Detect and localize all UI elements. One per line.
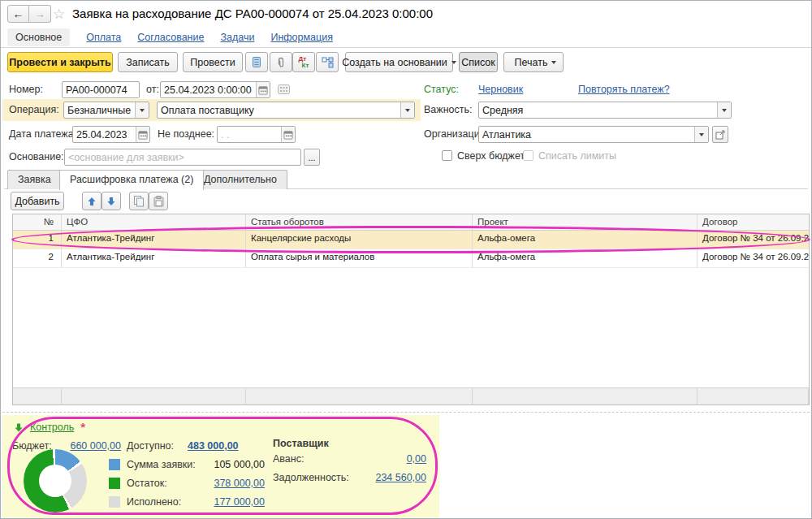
payment-date-label: Дата платежа: (9, 128, 76, 140)
calculator-icon[interactable] (278, 84, 290, 97)
move-up-button[interactable] (82, 192, 102, 210)
col-header-cfo[interactable]: ЦФО (62, 214, 246, 230)
section-main[interactable]: Основное (7, 28, 70, 46)
copy-row-button[interactable] (129, 192, 149, 210)
cell-num[interactable]: 2 (13, 249, 62, 267)
cell-contract[interactable]: Договор № 34 от 26.09.2012 (698, 231, 809, 249)
open-form-icon (715, 130, 725, 140)
number-input[interactable] (62, 81, 140, 98)
not-later-field[interactable]: . . (217, 126, 296, 143)
cell-num[interactable]: 1 (13, 231, 62, 249)
cell-cfo[interactable]: Атлантика-Трейдинг (62, 249, 246, 267)
control-off-icon[interactable]: * (80, 422, 85, 432)
chevron-down-icon[interactable] (717, 102, 731, 118)
cell-cfo[interactable]: Атлантика-Трейдинг (62, 231, 246, 249)
list-button[interactable]: Список (459, 52, 498, 72)
forward-button[interactable]: → (29, 5, 51, 23)
col-header-num[interactable]: № (13, 214, 62, 230)
divider (1, 47, 811, 48)
legend-swatch-executed (109, 496, 120, 508)
importance-select[interactable]: Средняя (478, 102, 732, 119)
cell-flow-item[interactable]: Канцелярские расходы (246, 231, 473, 249)
add-row-button[interactable]: Добавить (11, 192, 64, 210)
repeat-payment-link[interactable]: Повторять платеж? (578, 84, 670, 95)
col-header-project[interactable]: Проект (473, 214, 698, 230)
basis-input[interactable] (64, 149, 301, 166)
basis-more-button[interactable]: ... (304, 149, 320, 166)
cell-project[interactable]: Альфа-омега (473, 249, 698, 267)
advance-value-link[interactable]: 0,00 (342, 453, 426, 465)
copy-icon (133, 196, 145, 207)
table-row[interactable]: 1 Атлантика-Трейдинг Канцелярские расход… (13, 231, 809, 249)
attachments-button[interactable] (270, 52, 292, 72)
col-header-flow-item[interactable]: Статья оборотов (246, 214, 473, 230)
calendar-icon[interactable] (281, 127, 295, 142)
section-payment[interactable]: Оплата (86, 32, 121, 43)
section-nav: Основное Оплата Согласование Задачи Инфо… (7, 28, 333, 46)
calendar-icon[interactable] (256, 82, 270, 97)
tab-payment-details[interactable]: Расшифровка платежа (2) (59, 170, 204, 190)
legend-item: Исполнено: 177 000,00 (109, 495, 265, 510)
legend-swatch-request (109, 459, 120, 470)
legend-label: Сумма заявки: (127, 459, 196, 470)
register-records-button[interactable] (245, 52, 268, 72)
related-documents-icon (322, 57, 334, 68)
organization-select[interactable]: Атлантика (478, 126, 709, 143)
operation-type-select[interactable]: Оплата поставщику (157, 102, 415, 119)
dtkt-button[interactable]: Дт Кт (292, 52, 315, 72)
date-field[interactable]: 25.04.2023 0:00:00 (160, 81, 270, 98)
paste-icon (153, 196, 164, 207)
post-and-close-button[interactable]: Провести и закрыть (7, 52, 113, 72)
related-documents-button[interactable] (316, 52, 339, 72)
control-link[interactable]: Контроль (30, 422, 74, 433)
remainder-value-link[interactable]: 378 000,00 (214, 478, 265, 489)
collapse-arrow-icon[interactable] (14, 422, 24, 433)
tab-request[interactable]: Заявка (7, 170, 62, 189)
executed-value-link[interactable]: 177 000,00 (214, 496, 265, 508)
arrow-down-icon (106, 197, 116, 206)
over-budget-checkbox[interactable] (442, 150, 452, 161)
cell-contract[interactable]: Договор № 34 от 26.09.2012 (698, 249, 809, 267)
importance-label: Важность: (424, 104, 472, 115)
back-icon: ← (13, 7, 24, 20)
cell-project[interactable]: Альфа-омега (473, 231, 698, 249)
post-button[interactable]: Провести (183, 52, 243, 72)
chevron-down-icon[interactable] (694, 127, 708, 142)
request-sum-value: 105 000,00 (214, 459, 265, 470)
favorite-star-icon[interactable]: ☆ (53, 6, 65, 23)
over-budget-label: Сверх бюджета (457, 150, 530, 162)
section-tasks[interactable]: Задачи (220, 32, 254, 43)
status-label: Статус: (424, 84, 459, 95)
not-later-label: Не позднее: (158, 128, 214, 140)
write-button[interactable]: Записать (118, 52, 178, 72)
date-label: от: (146, 84, 159, 95)
operation-kind-select[interactable]: Безналичные (63, 102, 149, 119)
move-down-button[interactable] (102, 192, 121, 210)
debt-value-link[interactable]: 234 560,00 (342, 472, 426, 483)
document-window: ← → ☆ Заявка на расходование ДС РА00-000… (0, 0, 812, 519)
available-value-link[interactable]: 483 000,00 (188, 440, 239, 452)
back-button[interactable]: ← (7, 5, 29, 23)
cell-flow-item[interactable]: Оплата сырья и материалов (246, 249, 473, 267)
paste-row-button[interactable] (149, 192, 168, 210)
legend-item: Сумма заявки: 105 000,00 (109, 458, 265, 473)
create-on-basis-button[interactable]: Создать на основании (345, 52, 453, 72)
open-organization-button[interactable] (712, 126, 728, 143)
section-approval[interactable]: Согласование (137, 32, 204, 43)
budget-donut (24, 449, 87, 513)
chevron-down-icon[interactable] (135, 102, 149, 118)
tab-additional[interactable]: Дополнительно (193, 170, 287, 189)
register-icon (251, 56, 262, 68)
status-value-link[interactable]: Черновик (478, 84, 523, 95)
chevron-down-icon[interactable] (400, 102, 414, 118)
calendar-icon[interactable] (136, 127, 149, 142)
col-header-contract[interactable]: Договор (698, 214, 809, 230)
section-info[interactable]: Информация (270, 32, 333, 43)
print-button[interactable]: Печать (503, 52, 564, 72)
payment-date-field[interactable]: 25.04.2023 (72, 126, 150, 143)
operation-label: Операция: (9, 104, 59, 115)
supplier-title: Поставщик (273, 438, 329, 449)
table-row[interactable]: 2 Атлантика-Трейдинг Оплата сырья и мате… (13, 249, 809, 268)
legend-label: Остаток: (127, 478, 167, 489)
debt-label: Задолженность: (273, 472, 349, 483)
